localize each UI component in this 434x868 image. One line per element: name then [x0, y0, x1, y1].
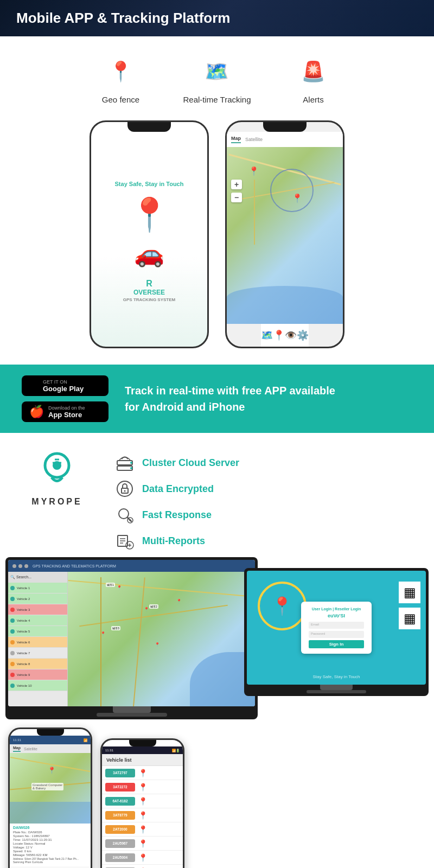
vehicle-row-8[interactable]: 2AU5560 📍 — [102, 865, 183, 868]
location-pin-2: 📍 — [292, 193, 303, 203]
tracking-topbar: GPS TRACKING AND TELEMATICS PLATFORM — [8, 560, 255, 572]
stay-safe-text: Stay Safe, Stay in Touch — [115, 181, 184, 187]
login-screen: 📍 ▦ ▦ User Login | Reseller Login euVo'S… — [247, 571, 426, 685]
tracking-platform-title: GPS TRACKING AND TELEMATICS PLATFORM — [33, 564, 116, 568]
apple-icon: 🍎 — [29, 405, 44, 419]
vehicle-list-header: Vehicle list — [102, 754, 183, 766]
vehicle-pin-3: 📍 — [138, 797, 148, 806]
vehicle-row-3[interactable]: 6AT-6182 📍 — [102, 794, 183, 808]
login-password-field[interactable]: Password — [309, 631, 364, 638]
login-email-field[interactable]: Email — [309, 622, 364, 629]
svg-rect-5 — [117, 466, 132, 470]
sidebar-vehicle-10[interactable]: Vehicle 10 — [8, 680, 67, 691]
settings-icon[interactable]: ⚙️ — [297, 329, 309, 341]
multi-reports-label: Multi-Reports — [142, 535, 205, 547]
eye-icon[interactable]: 👁️ — [285, 329, 297, 341]
map-pin-large-icon: 📍 — [129, 195, 170, 234]
vehicle-badge-5: 2AT2000 — [105, 825, 135, 834]
topbar-dot — [12, 564, 16, 568]
qr-code-2: ▦ — [399, 608, 420, 629]
map-pin-phone1: 📍 — [48, 767, 56, 774]
desktop-base — [97, 713, 167, 717]
login-brand: euVo'SI — [309, 613, 364, 618]
sidebar-vehicle-1[interactable]: Vehicle 1 — [8, 583, 67, 593]
vehicle-row-5[interactable]: 2AT2000 📍 — [102, 822, 183, 837]
map-tab-satellite: Satellite — [245, 137, 263, 142]
phone-notch-2 — [263, 122, 307, 132]
phone-notch-1 — [127, 122, 171, 132]
vehicle-pin-2: 📍 — [138, 783, 148, 792]
google-play-icon: ▶ — [29, 379, 39, 393]
vehicle-row-4[interactable]: 3AT8779 📍 — [102, 808, 183, 822]
phone-1-topbar: 11:31📶 — [10, 736, 91, 744]
geofence-icon: 📍 — [101, 53, 139, 91]
geofence-label: Geo fence — [102, 95, 139, 104]
cluster-cloud-icon — [114, 452, 136, 474]
sidebar-vehicle-9[interactable]: Vehicle 9 — [8, 669, 67, 680]
vehicle-pin-4: 📍 — [138, 811, 148, 820]
vehicle-row-7[interactable]: 2AU5004 📍 — [102, 851, 183, 865]
vehicle-pin-7: 📍 — [138, 853, 148, 862]
fast-response-icon — [114, 504, 136, 526]
oversee-logo: R OVERSEE GPS TRACKING SYSTEM — [123, 279, 175, 302]
login-form: User Login | Reseller Login euVo'SI Emai… — [301, 602, 372, 654]
sidebar-vehicle-8[interactable]: Vehicle 8 — [8, 659, 67, 669]
feature-multi-reports: Multi-Reports — [114, 530, 412, 552]
map-icon[interactable]: 🗺️ — [261, 329, 273, 341]
zoom-in-btn[interactable]: + — [231, 180, 242, 189]
map-track-pin-3: 📍 — [100, 631, 106, 636]
vehicle-badge-7: 2AU5004 — [105, 853, 135, 862]
vehicle-badge-1: 3AT2797 — [105, 769, 135, 777]
phone-1-screen: 11:31📶 Map Satellite 📍 Grassland Compute… — [10, 729, 91, 868]
vehicle-badge-6: 2AU5967 — [105, 839, 135, 848]
svg-point-10 — [124, 490, 126, 492]
vehicle-badge-3: 6AT-6182 — [105, 797, 135, 806]
myrope-section: MYROPE Cluster Cloud Server — [0, 433, 434, 552]
tracking-main: 🔍 Search... Vehicle 1 Vehicle 2 Vehicle … — [8, 572, 255, 706]
sidebar-vehicle-7[interactable]: Vehicle 7 — [8, 648, 67, 659]
app-store-badge[interactable]: 🍎 Download on the App Store — [22, 401, 108, 422]
map-track-pin-1: 📍 — [117, 585, 122, 590]
login-sign-in-button[interactable]: Sign In — [309, 640, 364, 648]
bottom-phone-1: 11:31📶 Map Satellite 📍 Grassland Compute… — [8, 727, 92, 868]
vehicle-row-6[interactable]: 2AU5967 📍 — [102, 837, 183, 851]
login-laptop-stand — [320, 685, 353, 690]
login-laptop-base — [307, 690, 366, 693]
myrope-features-list: Cluster Cloud Server Data Encrypted — [114, 449, 412, 552]
vehicle-id-label: DAIW026 — [13, 826, 87, 829]
header-section: Mobile APP & Tracking Platform — [0, 0, 434, 36]
appstore-section: ▶ GET IT ON Google Play 🍎 Download on th… — [0, 365, 434, 433]
svg-rect-4 — [117, 461, 132, 465]
myrope-logo-area: MYROPE — [22, 449, 92, 507]
map-track-pin-4: 📍 — [176, 599, 182, 604]
tracking-screen: GPS TRACKING AND TELEMATICS PLATFORM 🔍 S… — [8, 560, 255, 706]
map-top-bar: Map Satellite — [227, 132, 343, 147]
sidebar-vehicle-3[interactable]: Vehicle 3 — [8, 604, 67, 615]
map-label-phone1: Grassland Computer& Bakery — [31, 783, 63, 790]
topbar-dot — [24, 564, 28, 568]
vehicle-row-2[interactable]: 3AT2272 📍 — [102, 780, 183, 794]
myrope-logo-icon — [35, 449, 79, 493]
phone-notch-3 — [37, 729, 64, 736]
sidebar-vehicle-6[interactable]: Vehicle 6 — [8, 637, 67, 648]
login-stay-safe: Stay Safe, Stay in Touch — [312, 674, 360, 679]
sidebar-vehicle-4[interactable]: Vehicle 4 — [8, 615, 67, 626]
car-icon: 🚗 — [134, 239, 164, 268]
sidebar-vehicle-2[interactable]: Vehicle 2 — [8, 593, 67, 604]
vehicle-row-1[interactable]: 3AT2797 📍 — [102, 766, 183, 780]
zoom-out-btn[interactable]: − — [231, 193, 242, 202]
cluster-cloud-label: Cluster Cloud Server — [142, 457, 239, 469]
feature-cluster: Cluster Cloud Server — [114, 452, 412, 474]
location-pin-1: 📍 — [248, 166, 259, 176]
dashboard-wrapper: GPS TRACKING AND TELEMATICS PLATFORM 🔍 S… — [0, 552, 434, 868]
data-encrypted-label: Data Encrypted — [142, 483, 214, 495]
location-icon[interactable]: 📍 — [273, 329, 285, 341]
myrope-brand-name: MYROPE — [31, 497, 82, 507]
sidebar-vehicle-5[interactable]: Vehicle 5 — [8, 626, 67, 637]
phone-app-screen: Stay Safe, Stay in Touch 📍 🚗 R OVERSEE G… — [91, 122, 207, 347]
map-track-pin-5: 📍 — [155, 642, 160, 647]
feature-realtime: 🗺️ Real-time Tracking — [183, 53, 251, 104]
google-play-badge[interactable]: ▶ GET IT ON Google Play — [22, 375, 108, 396]
features-icons-row: 📍 Geo fence 🗺️ Real-time Tracking 🚨 Aler… — [11, 53, 423, 104]
vehicle-badge-4: 3AT8779 — [105, 811, 135, 820]
